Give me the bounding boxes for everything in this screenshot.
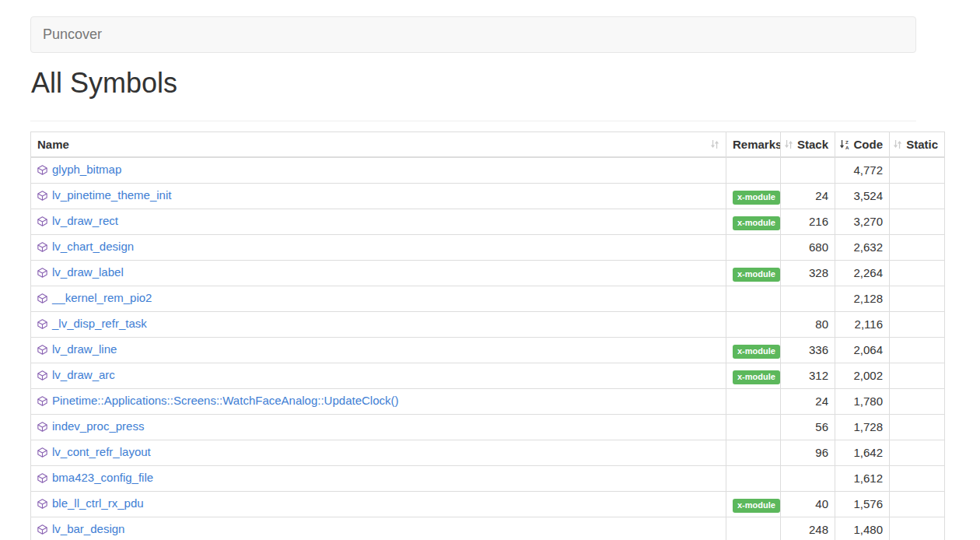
name-cell: lv_draw_line — [31, 338, 726, 363]
table-row: bma423_config_file 1,612 — [31, 466, 945, 492]
remark-badge: x-module — [733, 345, 780, 359]
stack-cell: 96 — [781, 440, 835, 466]
cube-icon — [37, 523, 47, 538]
symbol-link[interactable]: __kernel_rem_pio2 — [52, 291, 152, 304]
code-cell: 1,642 — [835, 440, 890, 466]
symbol-link[interactable]: lv_draw_arc — [52, 368, 115, 381]
symbol-link[interactable]: bma423_config_file — [52, 471, 153, 484]
stack-cell: 80 — [781, 312, 835, 338]
name-cell: lv_cont_refr_layout — [31, 440, 726, 466]
sort-both-arrows-icon — [710, 139, 719, 149]
remark-cell — [726, 286, 781, 312]
code-cell: 2,116 — [835, 312, 890, 338]
symbol-link[interactable]: lv_draw_line — [52, 342, 117, 356]
symbol-link[interactable]: lv_cont_refr_layout — [52, 445, 151, 458]
code-cell: 1,612 — [835, 466, 890, 492]
symbol-link[interactable]: lv_draw_label — [52, 265, 124, 279]
table-header-row: Name Remarks — [31, 132, 945, 158]
name-cell: __kernel_rem_pio2 — [31, 286, 726, 312]
symbol-link[interactable]: glyph_bitmap — [52, 163, 121, 176]
name-cell: _lv_disp_refr_task — [31, 312, 726, 338]
symbol-link[interactable]: lv_draw_rect — [52, 214, 118, 227]
name-cell: Pinetime::Applications::Screens::WatchFa… — [31, 389, 726, 415]
remark-cell — [726, 389, 781, 415]
static-cell — [890, 440, 945, 466]
code-cell: 3,270 — [835, 209, 890, 235]
symbols-table: Name Remarks — [30, 131, 945, 540]
cube-icon — [37, 472, 47, 487]
code-cell: 1,576 — [835, 492, 890, 517]
svg-text:A: A — [845, 145, 849, 149]
static-cell — [890, 209, 945, 235]
symbol-link[interactable]: Pinetime::Applications::Screens::WatchFa… — [52, 394, 398, 407]
stack-cell: 24 — [781, 389, 835, 415]
symbol-link[interactable]: lv_bar_design — [52, 522, 124, 535]
column-label-name: Name — [37, 137, 69, 152]
sort-both-arrows-icon — [893, 139, 902, 149]
remark-cell — [726, 235, 781, 261]
static-cell — [890, 492, 945, 517]
name-cell: lv_chart_design — [31, 235, 726, 261]
code-cell: 2,632 — [835, 235, 890, 261]
cube-icon — [37, 317, 47, 333]
remark-cell: x-module — [726, 338, 781, 363]
remark-badge: x-module — [733, 499, 780, 513]
navbar-brand-link[interactable]: Puncover — [43, 26, 102, 43]
remark-cell — [726, 415, 781, 440]
column-header-code[interactable]: Z A Code — [835, 132, 890, 158]
code-cell: 2,264 — [835, 261, 890, 286]
name-cell: bma423_config_file — [31, 466, 726, 492]
static-cell — [890, 312, 945, 338]
table-row: glyph_bitmap 4,772 — [31, 157, 945, 184]
page: Puncover All Symbols Name — [0, 0, 980, 540]
remark-cell — [726, 312, 781, 338]
table-row: __kernel_rem_pio2 2,128 — [31, 286, 945, 312]
table-row: indev_proc_press 56 1,728 — [31, 415, 945, 440]
remark-cell — [726, 466, 781, 492]
table-row: Pinetime::Applications::Screens::WatchFa… — [31, 389, 945, 415]
static-cell — [890, 184, 945, 209]
remark-cell: x-module — [726, 261, 781, 286]
symbol-link[interactable]: ble_ll_ctrl_rx_pdu — [52, 496, 144, 510]
symbol-link[interactable]: lv_chart_design — [52, 240, 134, 253]
stack-cell: 216 — [781, 209, 835, 235]
table-row: ble_ll_ctrl_rx_pdu x-module 40 1,576 — [31, 492, 945, 517]
symbols-table-body: glyph_bitmap 4,772 lv_pinetime_theme_ini… — [31, 157, 945, 540]
column-header-static[interactable]: Static — [890, 132, 945, 158]
static-cell — [890, 157, 945, 184]
static-cell — [890, 286, 945, 312]
stack-cell — [781, 157, 835, 184]
static-cell — [890, 517, 945, 540]
symbol-link[interactable]: _lv_disp_refr_task — [52, 317, 147, 330]
symbol-link[interactable]: lv_pinetime_theme_init — [52, 188, 171, 202]
column-label-stack: Stack — [797, 137, 828, 152]
column-label-code: Code — [854, 137, 884, 152]
static-cell — [890, 415, 945, 440]
name-cell: lv_bar_design — [31, 517, 726, 540]
symbol-link[interactable]: indev_proc_press — [52, 419, 144, 433]
static-cell — [890, 338, 945, 363]
cube-icon — [37, 163, 47, 179]
column-header-remarks[interactable]: Remarks — [726, 132, 781, 158]
remark-cell: x-module — [726, 209, 781, 235]
cube-icon — [37, 189, 47, 205]
sort-both-arrows-icon — [784, 139, 793, 149]
code-cell: 1,480 — [835, 517, 890, 540]
cube-icon — [37, 394, 47, 410]
column-header-stack[interactable]: Stack — [781, 132, 835, 158]
name-cell: glyph_bitmap — [31, 157, 726, 184]
code-cell: 4,772 — [835, 157, 890, 184]
divider — [30, 121, 916, 121]
table-row: lv_cont_refr_layout 96 1,642 — [31, 440, 945, 466]
stack-cell: 248 — [781, 517, 835, 540]
static-cell — [890, 389, 945, 415]
table-row: lv_draw_rect x-module 216 3,270 — [31, 209, 945, 235]
column-header-name[interactable]: Name — [31, 132, 726, 158]
table-row: lv_draw_line x-module 336 2,064 — [31, 338, 945, 363]
stack-cell: 680 — [781, 235, 835, 261]
cube-icon — [37, 420, 47, 436]
code-cell: 1,728 — [835, 415, 890, 440]
code-cell: 3,524 — [835, 184, 890, 209]
remark-cell — [726, 440, 781, 466]
cube-icon — [37, 369, 47, 384]
